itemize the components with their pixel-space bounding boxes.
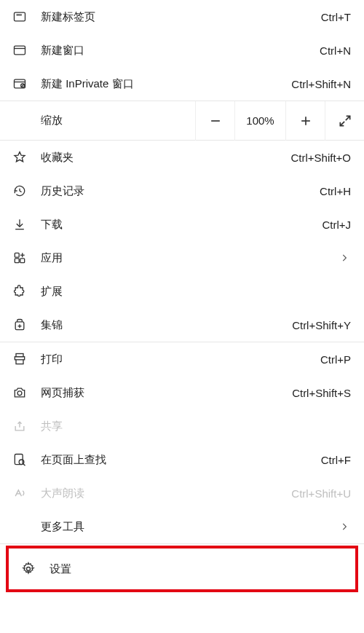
menu-label: 大声朗读 (41, 487, 291, 500)
svg-point-1 (17, 15, 17, 15)
new-tab-icon (12, 9, 28, 25)
menu-extensions[interactable]: 扩展 (0, 275, 364, 308)
shortcut: Ctrl+Shift+O (290, 152, 351, 164)
share-icon (12, 418, 28, 434)
shortcut: Ctrl+Shift+N (291, 78, 351, 90)
menu-label: 共享 (41, 420, 351, 433)
svg-rect-4 (15, 46, 25, 55)
new-window-icon (12, 42, 28, 58)
menu-label: 集锦 (41, 318, 292, 332)
svg-point-3 (20, 15, 21, 15)
menu-group-new: 新建标签页 Ctrl+T 新建窗口 Ctrl+N 新建 InPrivate 窗口… (0, 0, 364, 101)
highlight-box: 设置 (6, 546, 358, 592)
svg-point-2 (19, 15, 20, 15)
menu-label: 应用 (41, 251, 338, 265)
svg-point-32 (27, 567, 31, 571)
menu-read-aloud: 大声朗读 Ctrl+Shift+U (0, 476, 364, 510)
menu-label: 下载 (41, 218, 322, 232)
svg-line-12 (345, 116, 349, 120)
menu-label: 更多工具 (41, 520, 338, 534)
menu-more-tools[interactable]: 更多工具 (0, 510, 364, 543)
menu-new-window[interactable]: 新建窗口 Ctrl+N (0, 34, 364, 67)
menu-label: 在页面上查找 (41, 453, 321, 467)
inprivate-icon (12, 76, 28, 92)
menu-label: 扩展 (41, 285, 351, 299)
apps-icon (12, 250, 28, 266)
shortcut: Ctrl+P (320, 353, 351, 366)
menu-find[interactable]: 在页面上查找 Ctrl+F (0, 443, 364, 476)
menu-label: 设置 (50, 562, 342, 576)
menu-web-capture[interactable]: 网页捕获 Ctrl+Shift+S (0, 376, 364, 409)
gear-icon (20, 561, 36, 577)
svg-rect-16 (15, 253, 19, 257)
shortcut: Ctrl+Shift+S (292, 387, 351, 399)
menu-print[interactable]: 打印 Ctrl+P (0, 342, 364, 376)
menu-label: 打印 (41, 353, 320, 366)
menu-group-tools: 打印 Ctrl+P 网页捕获 Ctrl+Shift+S 共享 在页面上查找 Ct… (0, 342, 364, 543)
menu-favorites[interactable]: 收藏夹 Ctrl+Shift+O (0, 141, 364, 174)
menu-share: 共享 (0, 409, 364, 443)
menu-history[interactable]: 历史记录 Ctrl+H (0, 174, 364, 208)
shortcut: Ctrl+H (320, 185, 351, 197)
read-aloud-icon (12, 485, 28, 501)
menu-apps[interactable]: 应用 (0, 241, 364, 275)
svg-rect-0 (15, 12, 25, 21)
browser-menu: 新建标签页 Ctrl+T 新建窗口 Ctrl+N 新建 InPrivate 窗口… (0, 0, 364, 594)
extensions-icon (12, 283, 28, 299)
menu-label: 新建 InPrivate 窗口 (41, 77, 291, 91)
svg-rect-18 (20, 259, 25, 263)
svg-line-13 (340, 121, 344, 125)
shortcut: Ctrl+F (321, 454, 351, 466)
shortcut: Ctrl+T (321, 11, 351, 23)
shortcut: Ctrl+Shift+U (291, 487, 351, 500)
menu-label: 历史记录 (41, 184, 320, 198)
menu-new-tab[interactable]: 新建标签页 Ctrl+T (0, 0, 364, 34)
camera-icon (12, 385, 28, 401)
fullscreen-button[interactable] (325, 101, 364, 141)
zoom-row: 缩放 100% (0, 101, 364, 140)
history-icon (12, 183, 28, 199)
favorites-icon (12, 149, 28, 165)
menu-downloads[interactable]: 下载 Ctrl+J (0, 208, 364, 241)
find-icon (12, 452, 28, 468)
svg-point-26 (17, 391, 22, 396)
menu-new-inprivate[interactable]: 新建 InPrivate 窗口 Ctrl+Shift+N (0, 67, 364, 101)
shortcut: Ctrl+N (320, 44, 351, 57)
menu-label: 新建标签页 (41, 10, 321, 24)
shortcut: Ctrl+J (322, 219, 351, 231)
chevron-right-icon (338, 251, 351, 264)
menu-label: 网页捕获 (41, 386, 292, 400)
collections-icon (12, 317, 28, 333)
zoom-in-button[interactable] (285, 101, 325, 141)
zoom-label: 缩放 (0, 114, 195, 127)
downloads-icon (12, 216, 28, 232)
chevron-right-icon (338, 520, 351, 533)
svg-rect-25 (16, 360, 23, 364)
menu-group-settings: 设置 (0, 543, 364, 594)
menu-collections[interactable]: 集锦 Ctrl+Shift+Y (0, 308, 364, 342)
zoom-value: 100% (234, 101, 285, 141)
print-icon (12, 351, 28, 367)
shortcut: Ctrl+Shift+Y (292, 319, 351, 331)
svg-line-30 (23, 464, 25, 466)
blank-icon (12, 519, 28, 535)
menu-settings[interactable]: 设置 (9, 549, 355, 589)
menu-group-nav: 收藏夹 Ctrl+Shift+O 历史记录 Ctrl+H 下载 Ctrl+J 应… (0, 140, 364, 342)
svg-rect-17 (15, 259, 19, 263)
menu-label: 新建窗口 (41, 44, 320, 58)
menu-label: 收藏夹 (41, 151, 290, 165)
zoom-out-button[interactable] (195, 101, 234, 141)
